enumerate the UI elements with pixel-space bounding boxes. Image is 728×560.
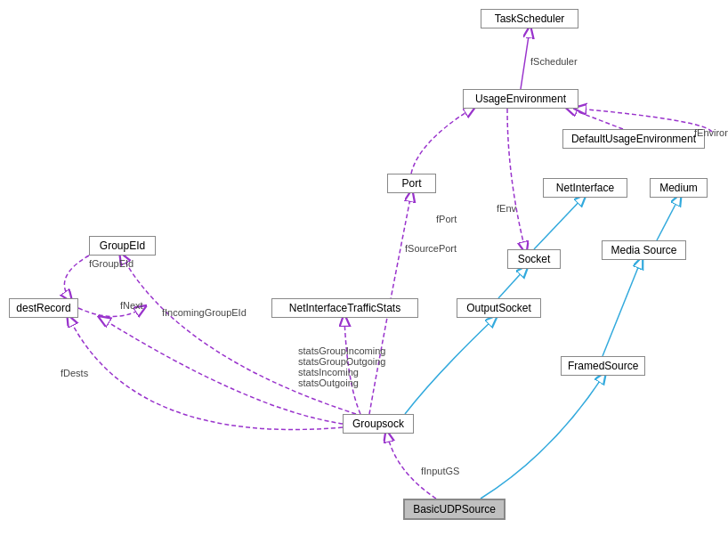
node-destrecord: destRecord — [9, 298, 78, 318]
node-outputsocket: OutputSocket — [457, 298, 541, 318]
label-fenviron: fEnviron — [694, 127, 728, 138]
node-medium: Medium — [650, 178, 708, 198]
label-fdests: fDests — [61, 368, 88, 378]
label-statsincoming: statsIncoming — [298, 367, 359, 377]
node-mediasource: Media Source — [602, 240, 686, 260]
node-taskscheduler: TaskScheduler — [481, 9, 578, 28]
label-fport: fPort — [436, 214, 457, 224]
label-statsoutgoing: statsOutgoing — [298, 377, 359, 388]
label-fsourceport: fSourcePort — [405, 243, 457, 254]
label-statsgroupincoming: statsGroupIncoming — [298, 345, 385, 356]
node-framedsource: FramedSource — [561, 356, 645, 376]
node-basicudpsource: BasicUDPSource — [403, 499, 506, 520]
svg-line-2 — [534, 198, 583, 249]
node-groupeid: GroupEId — [89, 236, 156, 256]
node-socket: Socket — [507, 249, 561, 269]
label-fincomelgroupeid: fIncomingGroupEId — [162, 307, 247, 318]
node-defaultusageenvironment: DefaultUsageEnvironment — [562, 129, 705, 149]
node-usageenvironment: UsageEnvironment — [463, 89, 578, 109]
label-fnext: fNext — [120, 300, 143, 311]
label-fgroupeid: fGroupEId — [89, 258, 133, 269]
label-fenv: fEnv — [497, 203, 516, 214]
label-statsgroupoutgoing: statsGroupOutgoing — [298, 356, 385, 367]
svg-line-4 — [603, 261, 641, 356]
node-groupsock: Groupsock — [343, 414, 414, 434]
label-finputgs: fInputGS — [421, 466, 459, 476]
svg-line-5 — [657, 198, 679, 240]
diagram-container: TaskScheduler UsageEnvironment DefaultUs… — [0, 0, 728, 560]
node-netinterface: NetInterface — [543, 178, 627, 198]
diagram-svg — [0, 0, 728, 560]
node-netinterfacetrafficstats: NetInterfaceTrafficStats — [271, 298, 418, 318]
node-port: Port — [387, 174, 436, 193]
svg-line-3 — [498, 269, 525, 298]
label-fscheduler: fScheduler — [530, 56, 578, 67]
svg-line-0 — [521, 30, 530, 89]
